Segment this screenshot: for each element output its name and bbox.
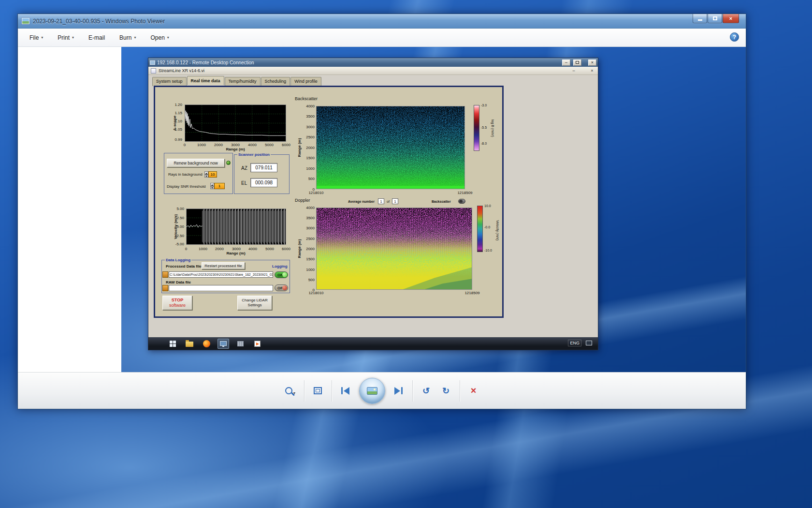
snr-value-field[interactable]: 1	[214, 183, 225, 189]
stop-software-button[interactable]: STOP software	[162, 296, 192, 310]
rdp-maximize-icon	[576, 61, 579, 64]
tab-scheduling[interactable]: Scheduling	[261, 77, 290, 86]
delete-button[interactable]: ×	[467, 383, 480, 399]
labview-app-icon	[151, 68, 156, 74]
photo-viewer-content: 192.168.0.122 - Remote Desktop Connectio…	[18, 47, 746, 372]
restart-processed-file-button[interactable]: Restart processed file	[202, 262, 245, 269]
tab-system-setup[interactable]: System setup	[152, 77, 187, 86]
menu-file[interactable]: File▾	[29, 34, 43, 41]
rotate-cw-button[interactable]: ↻	[440, 383, 452, 399]
maximize-button[interactable]	[708, 14, 722, 23]
dp-cb-tick: -0.0	[484, 225, 490, 229]
rdp-taskbar-icon[interactable]	[218, 339, 229, 349]
raw-logging-toggle[interactable]: OFF	[275, 284, 288, 291]
actual-size-button[interactable]	[312, 383, 324, 399]
folder-icon	[186, 342, 193, 347]
next-button[interactable]	[392, 383, 405, 399]
tray-display-icon[interactable]	[586, 341, 592, 345]
backscatter-toggle[interactable]	[458, 199, 465, 204]
ascope-ytick: 1.15	[169, 111, 182, 115]
app-minimize-button[interactable]: –	[570, 68, 577, 73]
average-number-field[interactable]: 1	[378, 198, 384, 204]
snr-threshold-label: Display SNR threshold	[167, 184, 205, 189]
help-icon[interactable]: ?	[730, 32, 739, 42]
scanner-position-box: Scanner position AZ 079.011 EL 000.098	[234, 154, 290, 194]
bs-x-end: 1218509	[457, 191, 472, 195]
remote-taskbar: ENG	[148, 337, 598, 350]
average-total-field[interactable]: 1	[392, 198, 398, 204]
ascope-xtick: 4000	[248, 143, 257, 147]
toolbar-divider	[460, 380, 460, 402]
menu-email-label: E-mail	[88, 34, 105, 41]
tab-temp-humidity[interactable]: Temp/humidity	[225, 77, 261, 86]
snr-spinner[interactable]	[210, 183, 214, 189]
rays-spinner[interactable]	[204, 171, 208, 178]
menu-burn[interactable]: Burn▾	[119, 34, 136, 41]
zoom-button[interactable]: ▾	[284, 383, 297, 399]
real-time-data-panel: A-scope 1.20 1.15 1.10 1.05 0.99	[155, 87, 502, 316]
rotate-ccw-button[interactable]: ↺	[420, 383, 433, 399]
ascope-ytick: 0.99	[169, 137, 182, 142]
menu-print[interactable]: Print▾	[58, 34, 74, 41]
rdp-maximize-button[interactable]	[573, 60, 581, 66]
next-arrow-icon	[394, 387, 400, 395]
processed-path-field[interactable]: C:\Lidar\Data\Proc\2023\202309\20230921\…	[169, 271, 273, 278]
slideshow-icon	[367, 387, 377, 395]
labview-taskbar-icon[interactable]	[251, 339, 263, 349]
chevron-down-icon: ▾	[167, 35, 169, 40]
bs-colorbar-label: log B (m/sr)	[491, 106, 494, 150]
scanner-position-title: Scanner position	[237, 152, 271, 157]
raw-path-field[interactable]	[169, 285, 273, 291]
ascope-ytick: 1.20	[169, 103, 182, 107]
rdp-close-button[interactable]: ×	[588, 60, 596, 66]
folder-icon[interactable]	[162, 285, 168, 291]
app-close-button[interactable]: ×	[589, 68, 595, 73]
dp-noise-overlay	[317, 208, 472, 289]
app-taskbar-icon[interactable]	[234, 339, 246, 349]
firefox-logo-icon	[203, 340, 210, 347]
ascope-xtick: 0	[184, 143, 186, 147]
bs-cb-tick: -5.5	[481, 125, 487, 130]
dp-x-start: 1218010	[308, 291, 323, 295]
rays-value-field[interactable]: 10	[208, 171, 217, 178]
previous-button[interactable]	[339, 383, 352, 399]
tab-real-time-data[interactable]: Real time data	[187, 76, 224, 85]
firefox-icon[interactable]	[201, 339, 212, 349]
close-button[interactable]: ×	[723, 14, 739, 23]
el-value: 000.098	[250, 178, 277, 187]
backscatter-colorbar	[474, 105, 479, 151]
play-slideshow-button[interactable]	[359, 378, 385, 404]
dp-ytick: 1500	[300, 257, 315, 261]
tab-wind-profile[interactable]: Wind profile	[290, 77, 321, 86]
previous-arrow-icon	[344, 387, 349, 395]
toggle-knob-icon	[282, 272, 287, 277]
chevron-down-icon: ▾	[72, 35, 74, 40]
toolbar-divider	[412, 380, 413, 402]
minimize-button[interactable]	[693, 14, 707, 23]
renew-background-button[interactable]: Renew background now	[167, 159, 225, 167]
el-label: EL	[241, 181, 247, 185]
velocity-xtick: 5000	[265, 247, 274, 251]
menu-email[interactable]: E-mail	[88, 34, 105, 41]
next-bar-icon	[401, 387, 403, 394]
velocity-xtick: 2000	[215, 247, 224, 251]
stop-line2: software	[169, 303, 186, 308]
data-logging-box: Data Logging Processed Data file Restart…	[161, 260, 290, 293]
background-controls-box: Renew background now Rays in background …	[164, 153, 233, 194]
file-explorer-icon[interactable]	[184, 339, 195, 349]
folder-icon[interactable]	[162, 271, 168, 278]
minimize-icon	[698, 19, 702, 21]
start-icon[interactable]	[167, 339, 178, 349]
maximize-icon	[713, 16, 717, 20]
change-lidar-settings-button[interactable]: Change LiDAR Settings	[237, 296, 272, 310]
menu-open[interactable]: Open▾	[150, 34, 169, 41]
rdp-minimize-button[interactable]: –	[562, 60, 570, 66]
bs-ytick: 4000	[300, 104, 315, 108]
processed-logging-toggle[interactable]: ON	[275, 271, 288, 278]
ascope-xtick: 5000	[265, 143, 274, 147]
velocity-plot	[186, 209, 286, 245]
panel-frame: A-scope 1.20 1.15 1.10 1.05 0.99	[154, 86, 504, 318]
doppler-heatmap	[316, 208, 472, 290]
rdp-window: 192.168.0.122 - Remote Desktop Connectio…	[148, 58, 598, 350]
language-indicator[interactable]: ENG	[568, 340, 581, 346]
